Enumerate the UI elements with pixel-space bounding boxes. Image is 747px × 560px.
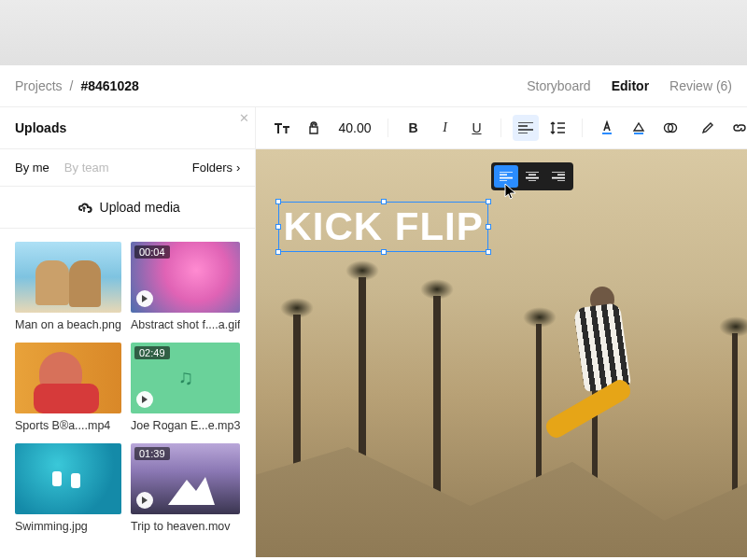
line-height-button[interactable] — [544, 115, 571, 141]
header: Projects / #8461028 Storyboard Editor Re… — [0, 65, 747, 107]
uploads-label: Uploads — [15, 120, 66, 135]
breadcrumb-sep: / — [70, 78, 74, 93]
separator — [582, 119, 583, 137]
breadcrumb-current[interactable]: #8461028 — [80, 78, 138, 93]
breadcrumb-root[interactable]: Projects — [15, 78, 63, 93]
play-icon — [136, 492, 153, 509]
duration-badge: 02:49 — [134, 346, 170, 359]
play-icon — [136, 391, 153, 408]
chevron-right-icon: › — [236, 161, 240, 175]
align-left-option[interactable] — [494, 165, 518, 188]
resize-handle[interactable] — [275, 224, 281, 230]
media-item[interactable]: 02:49 ♫ Joe Rogan E...e.mp3 — [131, 343, 240, 432]
resize-handle[interactable] — [275, 199, 281, 204]
media-caption: Sports B®a....mp4 — [15, 419, 121, 432]
sidebar-title: Uploads — [0, 107, 255, 149]
media-caption: Joe Rogan E...e.mp3 — [131, 419, 240, 432]
highlight-button[interactable] — [626, 115, 652, 141]
skater-figure — [551, 296, 663, 455]
link-button[interactable] — [726, 115, 747, 141]
resize-handle[interactable] — [486, 224, 491, 230]
tab-editor[interactable]: Editor — [612, 78, 649, 93]
resize-handle[interactable] — [381, 199, 387, 204]
media-item[interactable]: Man on a beach.png — [15, 242, 121, 331]
svg-rect-1 — [634, 133, 643, 134]
header-tabs: Storyboard Editor Review (6) — [527, 78, 732, 93]
folders-button[interactable]: Folders › — [192, 161, 241, 175]
canvas[interactable]: KICK FLIP — [256, 149, 747, 557]
underline-button[interactable]: U — [463, 115, 489, 141]
blend-button[interactable] — [657, 115, 684, 141]
separator — [388, 119, 388, 137]
media-item[interactable]: Swimming.jpg — [15, 443, 121, 533]
align-popup — [491, 162, 573, 190]
cloud-upload-icon — [76, 201, 92, 214]
filter-by-me[interactable]: By me — [15, 161, 49, 175]
media-caption: Abstract shot f....a.gif — [131, 318, 240, 331]
bold-button[interactable]: B — [400, 115, 426, 141]
separator — [500, 119, 501, 137]
lock-icon[interactable] — [301, 115, 327, 141]
text-selection-box[interactable]: KICK FLIP — [278, 202, 487, 252]
text-toolbar: 40.00 B I U — [256, 107, 747, 149]
media-item[interactable]: Sports B®a....mp4 — [15, 343, 121, 432]
filter-by-team[interactable]: By team — [64, 161, 109, 175]
font-size-icon[interactable] — [269, 115, 295, 141]
resize-handle[interactable] — [275, 249, 281, 255]
folders-label: Folders — [192, 161, 233, 175]
svg-rect-0 — [602, 133, 612, 134]
media-item[interactable]: 00:04 Abstract shot f....a.gif — [131, 242, 240, 331]
edit-button[interactable] — [695, 115, 721, 141]
font-size-value[interactable]: 40.00 — [332, 120, 376, 135]
media-caption: Trip to heaven.mov — [131, 520, 240, 533]
app-topbar — [0, 0, 747, 65]
tab-storyboard[interactable]: Storyboard — [527, 78, 590, 93]
tab-review[interactable]: Review (6) — [669, 78, 732, 93]
resize-handle[interactable] — [486, 249, 491, 255]
resize-handle[interactable] — [381, 249, 387, 255]
canvas-area: 40.00 B I U — [256, 107, 747, 557]
sidebar-filters: By me By team Folders › — [0, 149, 255, 187]
play-icon — [136, 290, 153, 307]
italic-button[interactable]: I — [431, 115, 458, 141]
music-note-icon: ♫ — [177, 366, 193, 390]
align-right-option[interactable] — [546, 165, 571, 188]
canvas-title-text[interactable]: KICK FLIP — [283, 204, 483, 249]
media-caption: Man on a beach.png — [15, 318, 121, 331]
upload-media-button[interactable]: Upload media — [0, 187, 255, 229]
duration-badge: 00:04 — [134, 245, 170, 259]
text-color-button[interactable] — [594, 115, 620, 141]
media-grid: Man on a beach.png 00:04 Abstract shot f… — [0, 229, 255, 546]
sidebar: ✕ Uploads By me By team Folders › Upload… — [0, 107, 256, 557]
align-center-option[interactable] — [520, 165, 544, 188]
media-caption: Swimming.jpg — [15, 520, 121, 533]
duration-badge: 01:39 — [134, 447, 170, 460]
upload-label: Upload media — [100, 200, 180, 215]
media-item[interactable]: 01:39 Trip to heaven.mov — [131, 443, 240, 533]
close-icon[interactable]: ✕ — [239, 111, 249, 125]
resize-handle[interactable] — [486, 199, 491, 204]
align-button[interactable] — [513, 115, 539, 141]
breadcrumb: Projects / #8461028 — [15, 78, 139, 93]
